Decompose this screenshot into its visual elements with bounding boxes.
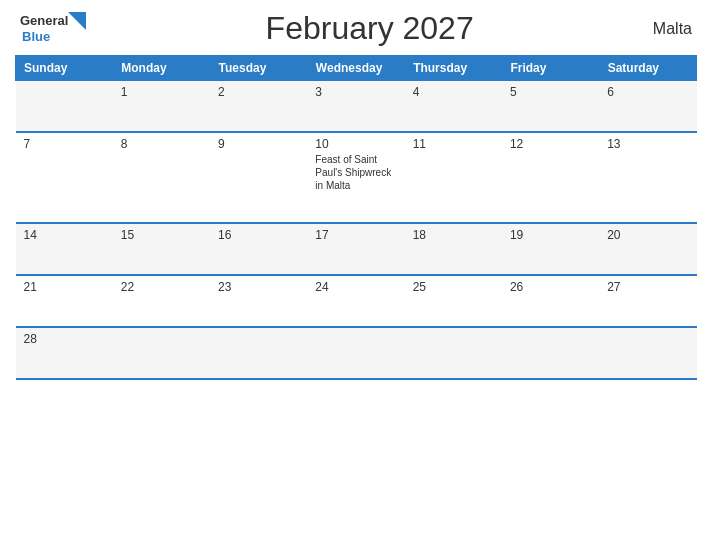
calendar-cell: 2 bbox=[210, 81, 307, 133]
calendar-cell: 19 bbox=[502, 223, 599, 275]
calendar-cell: 14 bbox=[16, 223, 113, 275]
calendar-cell: 25 bbox=[405, 275, 502, 327]
calendar-cell: 12 bbox=[502, 132, 599, 223]
calendar-cell: 4 bbox=[405, 81, 502, 133]
calendar-cell bbox=[210, 327, 307, 379]
logo-icon bbox=[68, 12, 86, 30]
calendar-cell bbox=[16, 81, 113, 133]
table-row: 14 15 16 17 18 19 20 bbox=[16, 223, 697, 275]
calendar-cell: 27 bbox=[599, 275, 696, 327]
calendar-cell: 22 bbox=[113, 275, 210, 327]
calendar-cell: 17 bbox=[307, 223, 404, 275]
calendar-cell bbox=[307, 327, 404, 379]
table-row: 28 bbox=[16, 327, 697, 379]
header: General Blue February 2027 Malta bbox=[15, 10, 697, 47]
country-label: Malta bbox=[653, 20, 692, 38]
calendar-cell: 15 bbox=[113, 223, 210, 275]
calendar-cell: 11 bbox=[405, 132, 502, 223]
col-wednesday: Wednesday bbox=[307, 56, 404, 81]
calendar-cell: 23 bbox=[210, 275, 307, 327]
col-sunday: Sunday bbox=[16, 56, 113, 81]
calendar-table: Sunday Monday Tuesday Wednesday Thursday… bbox=[15, 55, 697, 380]
logo: General Blue bbox=[20, 12, 86, 44]
calendar-cell bbox=[405, 327, 502, 379]
col-saturday: Saturday bbox=[599, 56, 696, 81]
calendar-cell: 16 bbox=[210, 223, 307, 275]
calendar-cell: 18 bbox=[405, 223, 502, 275]
table-row: 7 8 9 10 Feast of Saint Paul's Shipwreck… bbox=[16, 132, 697, 223]
table-row: 21 22 23 24 25 26 27 bbox=[16, 275, 697, 327]
calendar-cell: 10 Feast of Saint Paul's Shipwreck in Ma… bbox=[307, 132, 404, 223]
calendar-cell bbox=[502, 327, 599, 379]
col-friday: Friday bbox=[502, 56, 599, 81]
svg-marker-0 bbox=[68, 12, 86, 30]
calendar-cell: 3 bbox=[307, 81, 404, 133]
logo-text-general: General bbox=[20, 14, 68, 28]
calendar-cell: 7 bbox=[16, 132, 113, 223]
calendar-cell bbox=[599, 327, 696, 379]
calendar-cell: 9 bbox=[210, 132, 307, 223]
calendar-cell: 24 bbox=[307, 275, 404, 327]
calendar-cell: 21 bbox=[16, 275, 113, 327]
col-monday: Monday bbox=[113, 56, 210, 81]
calendar-cell: 1 bbox=[113, 81, 210, 133]
calendar-cell bbox=[113, 327, 210, 379]
col-tuesday: Tuesday bbox=[210, 56, 307, 81]
calendar-cell: 26 bbox=[502, 275, 599, 327]
col-thursday: Thursday bbox=[405, 56, 502, 81]
event-feast: Feast of Saint Paul's Shipwreck in Malta bbox=[315, 153, 396, 192]
calendar-cell: 8 bbox=[113, 132, 210, 223]
calendar-cell: 5 bbox=[502, 81, 599, 133]
logo-text-blue: Blue bbox=[22, 30, 50, 44]
table-row: 1 2 3 4 5 6 bbox=[16, 81, 697, 133]
calendar-cell: 13 bbox=[599, 132, 696, 223]
calendar-cell: 20 bbox=[599, 223, 696, 275]
calendar-cell: 6 bbox=[599, 81, 696, 133]
page-title: February 2027 bbox=[266, 10, 474, 47]
calendar-cell: 28 bbox=[16, 327, 113, 379]
page: General Blue February 2027 Malta Sunday … bbox=[0, 0, 712, 550]
